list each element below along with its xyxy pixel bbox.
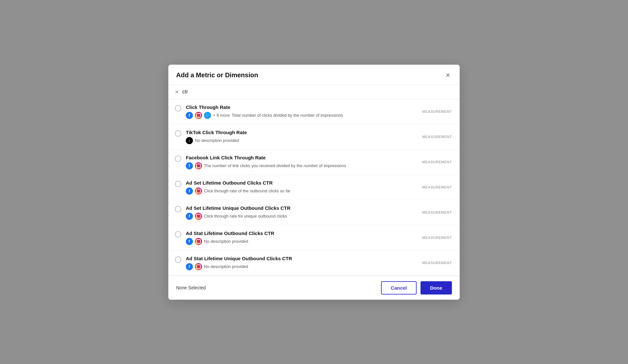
list-item[interactable]: Ad Set Lifetime Outbound Clicks CTRfClic… xyxy=(168,175,460,200)
fb-icon: f xyxy=(186,187,193,195)
item-content: Ad Stat Lifetime Unique Outbound Clicks … xyxy=(186,256,452,270)
radio-button[interactable] xyxy=(175,130,181,137)
fb-icon: f xyxy=(186,238,193,245)
ig-icon xyxy=(195,263,202,270)
fb-icon: f xyxy=(186,112,193,119)
item-meta: fNo description provided xyxy=(186,238,452,245)
radio-button[interactable] xyxy=(175,256,181,263)
modal: Add a Metric or Dimension × ✕ Click Thro… xyxy=(168,65,460,300)
radio-button[interactable] xyxy=(175,105,181,112)
items-list: Click Through Ratef🐦+ 6 moreTotal number… xyxy=(168,99,460,276)
item-description: Click through rate of the outbound click… xyxy=(204,188,290,193)
selection-status: None Selected xyxy=(176,285,206,290)
modal-title: Add a Metric or Dimension xyxy=(176,71,258,79)
list-item[interactable]: Facebook Link Click Through RatefThe num… xyxy=(168,150,460,175)
ig-icon xyxy=(195,213,202,220)
radio-button[interactable] xyxy=(175,155,181,162)
close-button[interactable]: × xyxy=(444,71,452,80)
item-name: Ad Set Lifetime Outbound Clicks CTR xyxy=(186,180,452,186)
item-content: Ad Set Lifetime Unique Outbound Clicks C… xyxy=(186,205,452,220)
item-content: Ad Stat Lifetime Outbound Clicks CTRfNo … xyxy=(186,230,452,245)
item-content: Ad Set Lifetime Outbound Clicks CTRfClic… xyxy=(186,180,452,195)
item-description: Click through rate for unique outbound c… xyxy=(204,214,287,219)
item-description: No description provided xyxy=(204,264,248,269)
item-badge: MEASUREMENT xyxy=(422,261,452,265)
item-description: The number of link clicks you received d… xyxy=(204,163,346,168)
search-bar: ✕ xyxy=(168,85,460,99)
modal-header: Add a Metric or Dimension × xyxy=(168,65,460,85)
ig-icon xyxy=(195,162,202,169)
radio-button[interactable] xyxy=(175,206,181,212)
item-description: No description provided xyxy=(195,138,239,143)
modal-footer: None Selected Cancel Done xyxy=(168,276,460,300)
item-meta: fClick through rate of the outbound clic… xyxy=(186,187,452,195)
item-meta: fNo description provided xyxy=(186,263,452,270)
list-item[interactable]: Ad Stat Lifetime Unique Outbound Clicks … xyxy=(168,251,460,276)
item-content: Click Through Ratef🐦+ 6 moreTotal number… xyxy=(186,104,452,119)
item-badge: MEASUREMENT xyxy=(422,110,452,113)
item-meta: f🐦+ 6 moreTotal number of clicks divided… xyxy=(186,112,452,119)
list-item[interactable]: Ad Set Lifetime Unique Outbound Clicks C… xyxy=(168,200,460,225)
ig-icon xyxy=(195,112,202,119)
item-name: Ad Set Lifetime Unique Outbound Clicks C… xyxy=(186,205,452,211)
list-item[interactable]: TikTok Click Through Rate♪No description… xyxy=(168,124,460,150)
item-name: TikTok Click Through Rate xyxy=(186,130,452,135)
item-meta: fClick through rate for unique outbound … xyxy=(186,213,452,220)
modal-overlay: Add a Metric or Dimension × ✕ Click Thro… xyxy=(0,0,628,364)
tw-icon: 🐦 xyxy=(204,112,211,119)
item-name: Ad Stat Lifetime Outbound Clicks CTR xyxy=(186,230,452,236)
item-name: Click Through Rate xyxy=(186,104,452,110)
item-content: TikTok Click Through Rate♪No description… xyxy=(186,130,452,144)
cancel-button[interactable]: Cancel xyxy=(381,281,416,294)
item-badge: MEASUREMENT xyxy=(422,185,452,189)
ig-icon xyxy=(195,238,202,245)
done-button[interactable]: Done xyxy=(421,281,452,294)
list-item[interactable]: Ad Stat Lifetime Outbound Clicks CTRfNo … xyxy=(168,225,460,251)
radio-button[interactable] xyxy=(175,231,181,238)
search-input[interactable] xyxy=(182,89,453,95)
item-description: Total number of clicks divided by the nu… xyxy=(232,113,343,118)
more-tag: + 6 more xyxy=(213,113,230,118)
footer-actions: Cancel Done xyxy=(381,281,452,294)
item-meta: ♪No description provided xyxy=(186,137,452,144)
fb-icon: f xyxy=(186,263,193,270)
tk-icon: ♪ xyxy=(186,137,193,144)
item-content: Facebook Link Click Through RatefThe num… xyxy=(186,155,452,169)
radio-button[interactable] xyxy=(175,181,181,187)
item-name: Ad Stat Lifetime Unique Outbound Clicks … xyxy=(186,256,452,261)
item-meta: fThe number of link clicks you received … xyxy=(186,162,452,169)
item-badge: MEASUREMENT xyxy=(422,135,452,139)
list-item[interactable]: Click Through Ratef🐦+ 6 moreTotal number… xyxy=(168,99,460,124)
item-name: Facebook Link Click Through Rate xyxy=(186,155,452,160)
item-badge: MEASUREMENT xyxy=(422,210,452,214)
fb-icon: f xyxy=(186,213,193,220)
item-description: No description provided xyxy=(204,239,248,244)
ig-icon xyxy=(195,187,202,195)
search-clear-button[interactable]: ✕ xyxy=(175,89,179,95)
fb-icon: f xyxy=(186,162,193,169)
item-badge: MEASUREMENT xyxy=(422,236,452,240)
item-badge: MEASUREMENT xyxy=(422,160,452,164)
